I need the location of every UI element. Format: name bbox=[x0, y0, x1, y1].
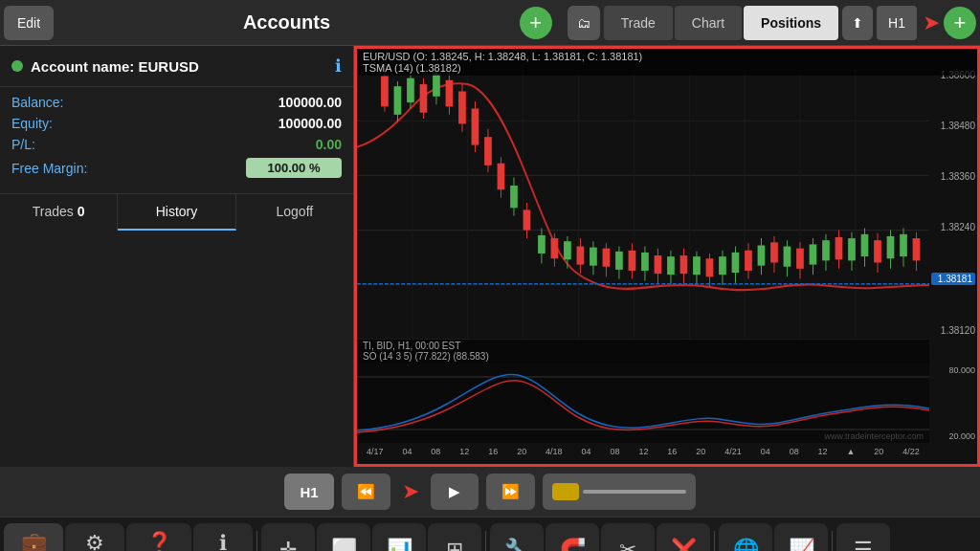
free-margin-row: Free Margin: 100.00 % bbox=[11, 158, 342, 178]
equity-row: Equity: 100000.00 bbox=[11, 116, 342, 131]
watermark: www.tradeinterceptor.com bbox=[824, 431, 924, 441]
bottom-controls: H1 ⏪ ➤ ▶ ⏩ bbox=[0, 467, 980, 517]
crosshair-icon: ✛ bbox=[279, 538, 297, 552]
svg-rect-74 bbox=[770, 242, 778, 262]
svg-rect-36 bbox=[523, 209, 531, 230]
slider-thumb[interactable] bbox=[552, 483, 579, 500]
osc-y-labels: 80.000 20.000 bbox=[929, 364, 977, 443]
x-label-14: 04 bbox=[761, 447, 770, 456]
portfolio-icon: 💼 bbox=[21, 531, 47, 551]
x-label-16: 12 bbox=[818, 447, 828, 456]
account-header: Account name: EURUSD ℹ bbox=[0, 46, 353, 87]
menu-icon: ☰ bbox=[854, 538, 873, 552]
svg-rect-84 bbox=[835, 237, 843, 259]
portfolio-icon-button[interactable]: 🗂 bbox=[568, 6, 600, 40]
chart-y-axis: 1.38600 1.38480 1.38360 1.38240 1.38181 … bbox=[929, 66, 977, 340]
toolbar-barchart[interactable]: 📊 bbox=[372, 523, 426, 552]
toolbar-delete[interactable]: ❌ bbox=[657, 523, 710, 552]
chart-x-axis: 4/17 04 08 12 16 20 4/18 04 08 12 16 20 … bbox=[357, 443, 929, 460]
y-label-2: 1.38480 bbox=[931, 121, 975, 131]
toolbar-chart2[interactable]: 📈 bbox=[774, 523, 828, 552]
share-button[interactable]: ⬆ bbox=[842, 6, 873, 40]
svg-rect-40 bbox=[551, 238, 559, 258]
toolbar-crosshair[interactable]: ✛ bbox=[261, 523, 315, 552]
h1-button[interactable]: H1 bbox=[877, 6, 917, 40]
tab-positions[interactable]: Positions bbox=[744, 6, 838, 40]
toolbar-about[interactable]: ℹ About bbox=[193, 523, 253, 552]
svg-rect-20 bbox=[420, 84, 428, 113]
barchart-icon: 📊 bbox=[387, 538, 412, 552]
toolbar-settings[interactable]: ⚙ Settings bbox=[65, 523, 124, 552]
toolbar-portfolio[interactable]: 💼 Portfolio bbox=[4, 523, 63, 552]
timeframe-h1-button[interactable]: H1 bbox=[284, 474, 333, 510]
toolbar-online-help[interactable]: ❓ Online Help bbox=[126, 523, 191, 552]
info-icon[interactable]: ℹ bbox=[335, 55, 342, 77]
osc-y-20: 20.000 bbox=[931, 431, 975, 441]
bottom-toolbar: 💼 Portfolio ⚙ Settings ❓ Online Help ℹ A… bbox=[0, 517, 980, 551]
pl-label: P/L: bbox=[11, 137, 35, 152]
trades-tab[interactable]: Trades 0 bbox=[0, 194, 118, 231]
add-account-button[interactable]: + bbox=[520, 7, 552, 39]
x-label-6: 20 bbox=[517, 447, 526, 456]
fast-forward-button[interactable]: ⏩ bbox=[486, 474, 535, 510]
x-label-10: 12 bbox=[638, 447, 648, 456]
left-panel: Account name: EURUSD ℹ Balance: 100000.0… bbox=[0, 46, 354, 467]
x-label-4: 12 bbox=[459, 447, 469, 456]
tab-chart[interactable]: Chart bbox=[675, 6, 742, 40]
x-label-8: 04 bbox=[582, 447, 591, 456]
svg-rect-42 bbox=[564, 241, 571, 259]
main-area: Account name: EURUSD ℹ Balance: 100000.0… bbox=[0, 46, 980, 467]
svg-rect-62 bbox=[693, 256, 701, 275]
trades-count: 0 bbox=[78, 204, 85, 219]
nav-tabs: Trade Chart Positions bbox=[604, 6, 838, 40]
logoff-label: Logoff bbox=[276, 204, 313, 219]
delete-icon: ❌ bbox=[671, 538, 697, 552]
add-chart-button[interactable]: + bbox=[944, 7, 976, 39]
account-tabs: Trades 0 History Logoff bbox=[0, 193, 353, 231]
free-margin-value: 100.00 % bbox=[246, 158, 342, 178]
chart2-icon: 📈 bbox=[789, 538, 814, 552]
svg-rect-54 bbox=[641, 253, 649, 271]
svg-rect-28 bbox=[472, 108, 479, 144]
grid-icon: ⊞ bbox=[446, 538, 463, 552]
chart-main bbox=[357, 66, 929, 340]
pl-row: P/L: 0.00 bbox=[11, 137, 342, 152]
toolbar-grid[interactable]: ⊞ bbox=[428, 523, 481, 552]
logoff-tab[interactable]: Logoff bbox=[236, 194, 353, 231]
svg-rect-70 bbox=[745, 251, 752, 271]
account-stats: Balance: 100000.00 Equity: 100000.00 P/L… bbox=[0, 87, 353, 186]
svg-rect-22 bbox=[433, 74, 440, 96]
settings-icon: ⚙ bbox=[85, 531, 104, 551]
x-label-1: 4/17 bbox=[367, 447, 384, 456]
svg-rect-46 bbox=[590, 248, 597, 266]
speed-slider[interactable] bbox=[543, 474, 696, 510]
top-bar: Edit Accounts + 🗂 Trade Chart Positions … bbox=[0, 0, 980, 46]
chart-info-bar: EUR/USD (O: 1.38245, H: 1.38248, L: 1.38… bbox=[357, 49, 977, 76]
rewind-button[interactable]: ⏪ bbox=[342, 474, 390, 510]
svg-rect-34 bbox=[510, 186, 518, 208]
connection-status-dot bbox=[11, 60, 23, 72]
osc-y-80: 80.000 bbox=[931, 365, 975, 375]
balance-label: Balance: bbox=[11, 95, 63, 110]
toolbar-scissors[interactable]: ✂ bbox=[601, 523, 655, 552]
svg-rect-50 bbox=[615, 252, 623, 270]
x-label-3: 08 bbox=[431, 447, 440, 456]
tools-icon: 🔧 bbox=[504, 538, 530, 552]
history-tab[interactable]: History bbox=[118, 194, 235, 231]
tab-trade[interactable]: Trade bbox=[604, 6, 673, 40]
x-label-15: 08 bbox=[790, 447, 799, 456]
toolbar-frame[interactable]: ⬜ bbox=[317, 523, 370, 552]
toolbar-magnet[interactable]: 🧲 bbox=[546, 523, 599, 552]
chart-area[interactable]: EUR/USD (O: 1.38245, H: 1.38248, L: 1.38… bbox=[354, 46, 980, 467]
x-label-7: 4/18 bbox=[546, 447, 563, 456]
svg-rect-78 bbox=[796, 249, 804, 269]
svg-rect-52 bbox=[629, 251, 636, 271]
toolbar-menu[interactable]: ☰ bbox=[836, 523, 890, 552]
svg-rect-92 bbox=[887, 236, 895, 258]
play-button[interactable]: ▶ bbox=[431, 474, 479, 510]
about-icon: ℹ bbox=[219, 531, 227, 551]
toolbar-globe[interactable]: 🌐 bbox=[719, 523, 772, 552]
y-label-4: 1.38240 bbox=[931, 222, 975, 232]
toolbar-tools[interactable]: 🔧 bbox=[490, 523, 544, 552]
edit-button[interactable]: Edit bbox=[4, 6, 54, 40]
